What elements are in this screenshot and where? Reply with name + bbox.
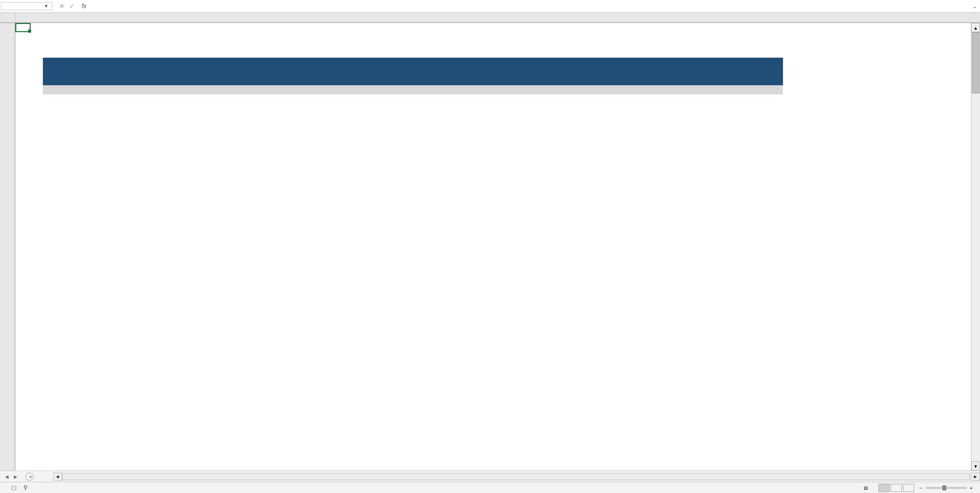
- chevron-down-icon[interactable]: ▼: [44, 4, 48, 9]
- confirm-icon[interactable]: ✓: [69, 3, 75, 10]
- opex-section: [405, 116, 691, 137]
- cancel-icon[interactable]: ✕: [59, 3, 64, 10]
- grid-area: [0, 23, 980, 478]
- zoom-in-icon[interactable]: +: [970, 485, 973, 491]
- select-all-triangle[interactable]: [0, 13, 15, 22]
- scroll-down-icon[interactable]: ▼: [971, 461, 980, 471]
- vscroll-thumb[interactable]: [972, 32, 979, 93]
- expand-formula-bar-icon[interactable]: ⌄: [970, 4, 980, 9]
- funding-section: [43, 116, 375, 137]
- column-headers: [0, 13, 980, 23]
- accessibility-icon[interactable]: ⚲: [23, 484, 28, 491]
- horizontal-scrollbar[interactable]: ◄ ►: [53, 473, 980, 481]
- main-table-header: [43, 58, 783, 94]
- zoom-control[interactable]: − +: [919, 485, 976, 491]
- status-bar: ▢ ⚲ 🖥 − +: [0, 482, 980, 493]
- vscroll-track[interactable]: [971, 32, 980, 461]
- page-layout-view-button[interactable]: [891, 484, 902, 492]
- macro-record-icon[interactable]: ▢: [11, 484, 16, 491]
- display-settings-icon[interactable]: 🖥: [863, 485, 868, 491]
- name-box[interactable]: ▼: [1, 2, 52, 10]
- sheet-canvas[interactable]: [15, 23, 980, 478]
- fx-icon[interactable]: fx: [80, 3, 86, 10]
- formula-bar-buttons: ✕ ✓: [54, 3, 80, 10]
- vertical-scrollbar[interactable]: ▲ ▼: [971, 23, 980, 471]
- tab-nav-buttons[interactable]: ◄►: [0, 474, 22, 480]
- normal-view-button[interactable]: [878, 484, 890, 492]
- hscroll-left-icon[interactable]: ◄: [53, 473, 62, 481]
- lower-sections: [43, 116, 783, 137]
- add-sheet-button[interactable]: +: [26, 473, 34, 481]
- scroll-up-icon[interactable]: ▲: [971, 23, 980, 32]
- view-buttons: [878, 484, 914, 492]
- hscroll-right-icon[interactable]: ►: [971, 473, 980, 481]
- row-headers: [0, 23, 15, 478]
- sheet-tab-bar: ◄► + ◄ ►: [0, 471, 980, 482]
- page-break-view-button[interactable]: [903, 484, 914, 492]
- hscroll-track[interactable]: [62, 473, 970, 480]
- formula-bar: ▼ ✕ ✓ fx ⌄: [0, 0, 980, 13]
- zoom-out-icon[interactable]: −: [919, 485, 922, 491]
